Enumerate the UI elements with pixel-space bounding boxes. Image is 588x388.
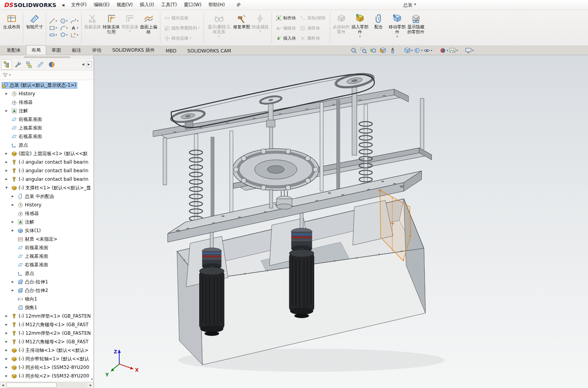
dropdown-arrow-icon[interactable]: ▾ [431, 49, 432, 52]
tree-item[interactable]: ▶A注解 [0, 218, 94, 226]
dropdown-arrow-icon[interactable]: ▾ [259, 30, 261, 33]
tree-item[interactable]: ▶实体(1) [0, 226, 94, 235]
ribbon-button-sketch-spline[interactable]: ▾ [70, 18, 79, 24]
tree-item[interactable]: 原点 [0, 141, 94, 149]
ribbon-button-linear-sketch-pattern[interactable]: 线性草图阵列▾ [162, 23, 202, 33]
expand-arrow-icon[interactable]: ▶ [5, 109, 10, 112]
tree-item[interactable]: ▶A注解 [0, 107, 94, 115]
dropdown-arrow-icon[interactable]: ▾ [129, 30, 131, 33]
menu-item-tools[interactable]: 工具(T) [158, 0, 181, 10]
ribbon-button-move-entities[interactable]: 移动实体▾ [162, 33, 202, 43]
panel-tab-feature-manager[interactable] [1, 59, 12, 70]
ribbon-button-sketch-arc[interactable]: ▾ [59, 25, 69, 31]
expand-arrow-icon[interactable]: ▶ [12, 280, 17, 283]
tree-item[interactable]: 上视基准面 [0, 252, 94, 260]
menu-pin-icon[interactable] [236, 2, 241, 7]
headsup-zoom-to-area-button[interactable] [358, 46, 368, 54]
ribbon-button-surface-offset[interactable]: 曲面上偏移 [139, 11, 158, 45]
headsup-previous-view-button[interactable] [368, 46, 378, 54]
dropdown-arrow-icon[interactable]: ▾ [56, 26, 57, 30]
headsup-edit-appearance-button[interactable]: ▾ [439, 46, 449, 54]
ribbon-tab-7[interactable]: SOLIDWORKS CAM [182, 46, 236, 55]
menu-item-view[interactable]: 视图(V) [113, 0, 136, 10]
ribbon-button-add-remove-entities[interactable]: 添加/移除 [298, 13, 328, 23]
tree-item[interactable]: ▶凸台-拉伸2 [0, 286, 94, 295]
ribbon-button-display-delete-relations[interactable]: 显示/删除几何关系▾ [206, 11, 232, 45]
menu-item-window[interactable]: 窗口(W) [180, 0, 205, 10]
dropdown-arrow-icon[interactable]: ▾ [77, 26, 78, 30]
menu-item-insert[interactable]: 插入(I) [136, 0, 158, 10]
dropdown-arrow-icon[interactable]: ▾ [472, 49, 474, 52]
expand-arrow-icon[interactable]: ▶ [5, 323, 10, 326]
dropdown-arrow-icon[interactable]: ▾ [77, 33, 78, 37]
dropdown-arrow-icon[interactable]: ▾ [66, 33, 68, 37]
assembly-model-3d[interactable]: Z X Y [94, 55, 588, 388]
dropdown-arrow-icon[interactable]: ▾ [56, 33, 57, 37]
headsup-apply-scene-button[interactable]: ▾ [449, 46, 458, 54]
dropdown-arrow-icon[interactable]: ▾ [66, 19, 68, 23]
ribbon-button-offset-entities[interactable]: 等距实体▾ [121, 11, 139, 45]
tree-item[interactable]: ▶(-) 同步轮<1> (SSM32-8YU200 [0, 363, 94, 372]
tree-item[interactable]: 倒角1 [0, 303, 94, 312]
headsup-view-settings-button[interactable]: ▾ [464, 46, 474, 54]
tree-item[interactable]: ▶(-) 12mm弹垫<1> (GB_FASTEN [0, 312, 94, 320]
dropdown-arrow-icon[interactable]: ▾ [397, 35, 398, 38]
ribbon-button-explode-block[interactable]: A爆炸块 [298, 33, 328, 43]
expand-arrow-icon[interactable]: ▶ [5, 161, 10, 164]
tree-item[interactable]: 传感器 [0, 209, 94, 218]
ribbon-button-make-block[interactable]: A制作块 [274, 13, 298, 23]
tree-item[interactable]: ▶(-) angular contact ball bearin [0, 175, 94, 184]
tree-item[interactable]: ▶(-) M12六角螺母<2> (GB_FAST [0, 337, 94, 346]
dropdown-arrow-icon[interactable]: ▾ [77, 19, 78, 23]
dropdown-arrow-icon[interactable]: ▾ [190, 37, 191, 40]
expand-arrow-icon[interactable]: ▶ [5, 332, 10, 335]
collapse-menu-arrow-icon[interactable]: ◀ [59, 3, 68, 7]
menu-item-edit[interactable]: 编辑(E) [90, 0, 113, 10]
scroll-right-button[interactable]: ▶ [88, 383, 94, 388]
headsup-display-style-button[interactable]: ▾ [413, 46, 423, 54]
dropdown-arrow-icon[interactable]: ▾ [411, 49, 413, 52]
ribbon-button-mirror-entities[interactable]: 镜向实体 [162, 13, 202, 23]
dropdown-arrow-icon[interactable]: ▾ [66, 26, 68, 30]
tree-item[interactable]: 前视基准面 [0, 243, 94, 252]
ribbon-button-sketch-line[interactable]: ▾ [48, 18, 58, 24]
tree-item[interactable]: 材质 <未指定> [0, 235, 94, 243]
ribbon-tab-3[interactable]: 标注 [66, 45, 87, 55]
menu-item-help[interactable]: 帮助(H) [205, 0, 228, 10]
dropdown-arrow-icon[interactable]: ▾ [56, 19, 57, 23]
ribbon-button-sketch-text[interactable]: A▾ [70, 25, 79, 31]
ribbon-tab-6[interactable]: MBD [160, 46, 182, 55]
ribbon-button-edit-block[interactable]: A编辑块 [274, 23, 298, 33]
ribbon-button-smart-dimension[interactable]: 智能尺寸 [25, 11, 44, 45]
panel-splitter-handle[interactable] [0, 55, 94, 59]
tree-item[interactable]: ▶(-) M12六角螺母<1> (GB_FAST [0, 320, 94, 329]
menu-item-file[interactable]: 文件(F) [68, 0, 90, 10]
panel-tab-property-manager[interactable] [12, 59, 23, 70]
ribbon-button-mate[interactable]: 配合 [369, 11, 388, 45]
tree-item[interactable]: ▶(固定) 上固定板<1> (默认<<默 [0, 149, 94, 158]
headsup-zoom-to-fit-button[interactable] [349, 46, 358, 54]
ribbon-tab-0[interactable]: 装配体 [1, 45, 26, 55]
tree-item[interactable]: ▶凸台-拉伸1 [0, 278, 94, 286]
expand-arrow-icon[interactable]: ▶ [12, 229, 17, 232]
headsup-hide-show-items-button[interactable]: ▾ [423, 46, 433, 54]
expand-arrow-icon[interactable]: ▼ [5, 186, 10, 189]
ribbon-button-insert-components[interactable]: 插入零部件▾ [351, 11, 369, 45]
filter-dropdown-icon[interactable]: ▾ [9, 73, 11, 77]
scrollbar-track[interactable] [6, 383, 87, 388]
headsup-annotation-views-button[interactable]: A [388, 46, 397, 54]
tree-item[interactable]: 前视基准面 [0, 115, 94, 124]
tree-scroll-down-button[interactable]: ▾ [91, 378, 93, 381]
expand-arrow-icon[interactable]: ▶ [5, 152, 10, 155]
tree-item[interactable]: ▶(-) 同步带轮轴<1> (默认<<默认 [0, 355, 94, 363]
tree-item[interactable]: ▶(-) 同步轮<2> (SSM32-8YU200 [0, 372, 94, 380]
expand-arrow-icon[interactable]: ▶ [5, 178, 10, 181]
expand-arrow-icon[interactable]: ▶ [5, 366, 10, 369]
dropdown-arrow-icon[interactable]: ▾ [421, 49, 423, 52]
tree-item[interactable]: ▶History [0, 89, 94, 98]
expand-arrow-icon[interactable]: ▶ [5, 315, 10, 318]
expand-arrow-icon[interactable]: ▶ [5, 357, 10, 360]
tree-item[interactable]: ▶(-) angular contact ball bearin [0, 158, 94, 166]
ribbon-tab-5[interactable]: SOLIDWORKS 插件 [107, 45, 160, 55]
ribbon-button-part-from-block[interactable]: 从块制作零件 [332, 11, 351, 45]
